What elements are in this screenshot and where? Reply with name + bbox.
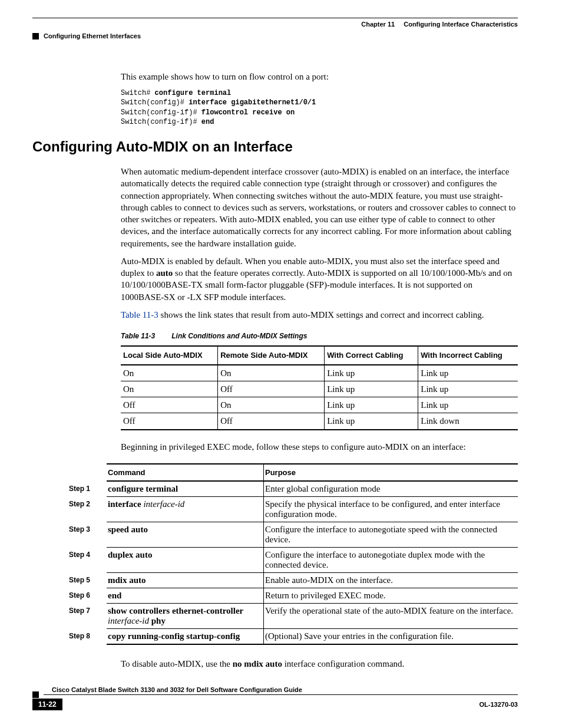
body-para-5: To disable auto-MDIX, use the no mdix au… <box>121 658 518 670</box>
table-header: Command <box>107 464 264 481</box>
intro-para: This example shows how to turn on flow c… <box>121 71 518 83</box>
table-link[interactable]: Table 11-3 <box>121 310 158 319</box>
table-row: Step 2 interface interface-id Specify th… <box>68 496 518 522</box>
table-row: On Off Link up Link up <box>121 381 518 397</box>
table-header: Remote Side Auto-MDIX <box>218 346 325 365</box>
table-header: Purpose <box>264 464 518 481</box>
footer-doc-title: Cisco Catalyst Blade Switch 3130 and 303… <box>44 686 518 695</box>
chapter-title: Configuring Interface Characteristics <box>404 21 518 28</box>
body-para-1: When automatic medium-dependent interfac… <box>121 166 518 249</box>
table-row: Off On Link up Link up <box>121 397 518 413</box>
header-right: Chapter 11 Configuring Interface Charact… <box>361 21 518 28</box>
body-para-4: Beginning in privileged EXEC mode, follo… <box>121 441 518 453</box>
doc-id: OL-13270-03 <box>480 701 518 708</box>
table-header: With Incorrect Cabling <box>418 346 518 365</box>
table-row: Step 7 show controllers ethernet-control… <box>68 603 518 628</box>
section-heading: Configuring Auto-MDIX on an Interface <box>32 139 518 155</box>
table-row: Step 3 speed auto Configure the interfac… <box>68 522 518 547</box>
table-row: Step 6 end Return to privileged EXEC mod… <box>68 588 518 603</box>
table-row: Off Off Link up Link down <box>121 413 518 430</box>
code-block: Switch# configure terminal Switch(config… <box>121 88 518 127</box>
table-caption: Table 11-3Link Conditions and Auto-MDIX … <box>121 331 518 341</box>
header-square-icon <box>32 33 39 39</box>
body-para-3: Table 11-3 shows the link states that re… <box>121 309 518 321</box>
steps-table: Command Purpose Step 1 configure termina… <box>68 463 518 645</box>
page-number: 11-22 <box>32 699 62 710</box>
table-row: Step 8 copy running-config startup-confi… <box>68 628 518 644</box>
chapter-number: Chapter 11 <box>361 21 395 28</box>
body-para-2: Auto-MDIX is enabled by default. When yo… <box>121 255 518 303</box>
table-row: Step 1 configure terminal Enter global c… <box>68 481 518 497</box>
table-header: Local Side Auto-MDIX <box>121 346 218 365</box>
section-breadcrumb: Configuring Ethernet Interfaces <box>44 32 141 39</box>
table-row: On On Link up Link up <box>121 365 518 381</box>
table-header: With Correct Cabling <box>325 346 418 365</box>
table-row: Step 4 duplex auto Configure the interfa… <box>68 547 518 572</box>
link-conditions-table: Local Side Auto-MDIX Remote Side Auto-MD… <box>121 345 518 430</box>
footer-square-icon <box>32 691 39 698</box>
table-row: Step 5 mdix auto Enable auto-MDIX on the… <box>68 572 518 588</box>
